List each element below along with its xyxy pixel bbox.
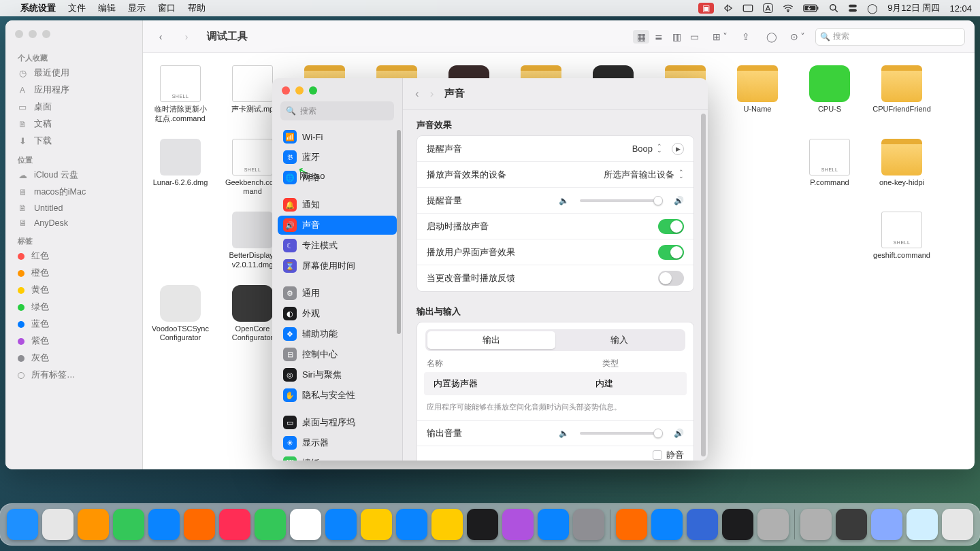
settings-sidebar-item[interactable]: 🖼墙纸 (278, 454, 397, 461)
mute-checkbox[interactable] (653, 450, 662, 460)
file-item[interactable]: CPU-S (800, 65, 859, 124)
sidebar-item[interactable]: 🗎Untitled (5, 201, 142, 216)
forward-button[interactable]: › (178, 30, 195, 44)
input-source-icon[interactable]: A (763, 3, 773, 13)
output-volume-slider[interactable] (580, 432, 663, 435)
settings-sidebar-item[interactable]: ☾专注模式 (278, 236, 397, 255)
file-item[interactable]: P.command (800, 139, 859, 197)
sidebar-item[interactable]: 红色 (5, 248, 142, 265)
dock-app[interactable] (290, 509, 321, 540)
dock-app[interactable] (757, 509, 789, 540)
settings-sidebar-item[interactable]: ◎Siri与聚焦 (278, 365, 397, 384)
dock-app[interactable] (255, 509, 286, 540)
finder-search[interactable]: 🔍 搜索 (815, 28, 965, 46)
sidebar-item[interactable]: 🗎文稿 (5, 116, 142, 133)
dock-app[interactable] (7, 509, 38, 540)
menubar-time[interactable]: 12:04 (949, 3, 972, 14)
alert-volume-slider[interactable] (580, 199, 663, 202)
sidebar-item[interactable]: 橙色 (5, 265, 142, 282)
file-item[interactable]: VoodooTSCSync Configurator (151, 285, 210, 344)
startup-sound-toggle[interactable] (658, 219, 684, 234)
control-center-icon[interactable] (848, 3, 858, 13)
screen-record-indicator[interactable]: ▣ (698, 3, 714, 14)
settings-sidebar-item[interactable]: ❖辅助功能 (278, 324, 397, 344)
settings-sidebar-item[interactable]: ⚙通用 (278, 284, 397, 303)
close-button[interactable] (282, 86, 290, 95)
back-button[interactable]: ‹ (415, 87, 419, 101)
sidebar-item[interactable]: 🖥AnyDesk (5, 216, 142, 231)
sidebar-item[interactable]: ▭桌面 (5, 99, 142, 116)
minimize-button[interactable] (295, 86, 304, 95)
dock-app[interactable] (687, 509, 718, 540)
settings-sidebar-item[interactable]: 🔊声音 (278, 216, 397, 235)
segment-output[interactable]: 输出 (427, 331, 555, 349)
view-icon-list[interactable]: ≣ (651, 30, 667, 44)
zoom-button[interactable] (309, 86, 317, 95)
menubar-help[interactable]: 帮助 (188, 2, 206, 14)
dock-app[interactable] (78, 509, 109, 540)
group-menu[interactable]: ⊞ ˅ (712, 30, 728, 44)
dock-app[interactable] (871, 509, 902, 540)
dock-app[interactable] (800, 509, 832, 540)
segment-input[interactable]: 输入 (555, 331, 683, 349)
view-icon-gallery[interactable]: ▭ (686, 30, 702, 44)
menubar-window[interactable]: 窗口 (158, 2, 176, 14)
zoom-button[interactable] (42, 30, 50, 38)
minimize-button[interactable] (29, 30, 37, 38)
sidebar-item[interactable]: 所有标签… (5, 367, 142, 384)
spotlight-icon[interactable] (829, 3, 838, 13)
settings-search[interactable]: 🔍 搜索 (280, 101, 394, 120)
settings-sidebar-item[interactable]: ✋隐私与安全性 (278, 386, 397, 405)
sidebar-item[interactable]: A应用程序 (5, 82, 142, 99)
sidebar-item[interactable]: 黄色 (5, 282, 142, 299)
dock-app[interactable] (42, 509, 74, 540)
play-alert-button[interactable]: ▶ (672, 143, 684, 155)
dock-app[interactable] (113, 509, 144, 540)
settings-sidebar-item[interactable]: ▭桌面与程序坞 (278, 413, 397, 432)
file-item[interactable]: CPUFriendFriend (872, 65, 931, 124)
action-menu[interactable]: ⊙ ˅ (789, 30, 806, 44)
settings-sidebar-item[interactable]: ☀显示器 (278, 433, 397, 452)
file-item[interactable]: one-key-hidpi (872, 139, 931, 197)
file-item[interactable]: U-Name (728, 65, 787, 124)
status-icon-1[interactable] (723, 3, 733, 13)
settings-sidebar-item[interactable]: ⌛屏幕使用时间 (278, 256, 397, 276)
dock-app[interactable] (651, 509, 683, 540)
view-icon-columns[interactable]: ▥ (668, 30, 685, 44)
dock-app[interactable] (431, 509, 463, 540)
sidebar-item[interactable]: 紫色 (5, 333, 142, 350)
sidebar-item[interactable]: 灰色 (5, 350, 142, 367)
settings-sidebar-item[interactable]: 𝔅蓝牙 (278, 148, 397, 167)
sidebar-item[interactable]: ☁iCloud 云盘 (5, 167, 142, 184)
dock-app[interactable] (942, 509, 973, 540)
dock-app[interactable] (502, 509, 534, 540)
display-icon[interactable] (742, 4, 753, 12)
share-button[interactable]: ⇪ (738, 30, 754, 44)
forward-button[interactable]: › (430, 87, 434, 101)
dock-app[interactable] (573, 509, 604, 540)
close-button[interactable] (15, 30, 23, 38)
settings-sidebar-item[interactable]: 🌐网络 (278, 168, 397, 187)
dock-app[interactable] (836, 509, 867, 540)
dock-app[interactable] (906, 509, 938, 540)
settings-sidebar-item[interactable]: ⊟控制中心 (278, 345, 397, 364)
menubar-edit[interactable]: 编辑 (98, 2, 116, 14)
file-item[interactable]: geshift.command (872, 212, 931, 270)
sidebar-item[interactable]: 🖥macos的iMac (5, 184, 142, 201)
file-item[interactable]: 临时清除更新小红点.command (151, 65, 210, 124)
settings-sidebar-item[interactable]: 📶Wi-Fi (278, 127, 397, 146)
menubar-app[interactable]: 系统设置 (20, 2, 56, 14)
settings-sidebar-item[interactable]: ◐外观 (278, 304, 397, 323)
settings-sidebar-item[interactable]: 🔔通知 (278, 195, 397, 214)
back-button[interactable]: ‹ (152, 30, 169, 44)
dock-app[interactable] (722, 509, 753, 540)
sidebar-item[interactable]: ◷最近使用 (5, 65, 142, 82)
dock-app[interactable] (219, 509, 250, 540)
ui-sound-toggle[interactable] (658, 245, 684, 260)
alert-sound-select[interactable]: Boop⌃⌄ (632, 144, 662, 154)
battery-icon[interactable] (803, 4, 819, 12)
dock-app[interactable] (467, 509, 498, 540)
sidebar-item[interactable]: ⬇下载 (5, 133, 142, 150)
menubar-file[interactable]: 文件 (68, 2, 86, 14)
file-item[interactable]: Lunar-6.2.6.dmg (151, 139, 210, 197)
